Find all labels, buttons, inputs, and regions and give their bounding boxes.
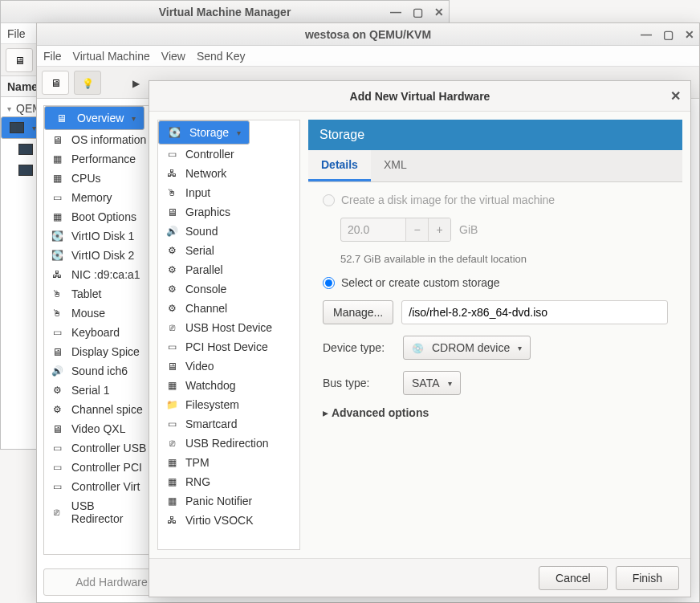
- hw-icon: [49, 461, 65, 474]
- hw-icon: [165, 321, 179, 334]
- menu-sendkey[interactable]: Send Key: [197, 50, 246, 63]
- storage-path-input[interactable]: [401, 300, 668, 324]
- sidebar-item[interactable]: Mouse: [44, 304, 153, 323]
- hw-type-item[interactable]: Graphics: [158, 202, 299, 222]
- available-space: 52.7 GiB available in the default locati…: [340, 253, 668, 265]
- sidebar-item[interactable]: Overview: [44, 106, 144, 130]
- sidebar-item-label: Mouse: [71, 307, 105, 320]
- hw-type-item[interactable]: Panic Notifier: [158, 491, 299, 511]
- hw-type-item[interactable]: Serial: [158, 241, 299, 260]
- hw-type-item[interactable]: Channel: [158, 299, 299, 318]
- tab-xml[interactable]: XML: [371, 150, 420, 181]
- hw-type-label: Parallel: [185, 263, 223, 276]
- hw-icon: [49, 210, 65, 223]
- cancel-button[interactable]: Cancel: [539, 566, 608, 590]
- bus-type-label: Bus type:: [323, 377, 395, 389]
- sidebar-item[interactable]: Controller USB: [44, 438, 153, 458]
- hw-type-item[interactable]: Console: [158, 279, 299, 299]
- radio-custom-input[interactable]: [323, 277, 335, 289]
- sidebar-item[interactable]: USB Redirector: [44, 496, 153, 528]
- sidebar-item[interactable]: Controller Virt: [44, 477, 153, 496]
- hw-type-label: USB Redirection: [185, 437, 269, 450]
- maximize-icon[interactable]: ▢: [663, 28, 674, 41]
- hw-type-item[interactable]: USB Redirection: [158, 434, 299, 453]
- hw-icon: [165, 206, 179, 218]
- menu-view[interactable]: View: [161, 50, 185, 63]
- hw-type-item[interactable]: Virtio VSOCK: [158, 511, 299, 530]
- sidebar-item[interactable]: VirtIO Disk 2: [44, 246, 153, 265]
- hw-type-item[interactable]: Video: [158, 357, 299, 376]
- radio-create-input[interactable]: [323, 194, 335, 206]
- tab-details[interactable]: Details: [308, 150, 371, 181]
- hw-icon: [49, 506, 65, 519]
- sidebar-item[interactable]: Memory: [44, 188, 153, 207]
- sidebar-item-label: USB Redirector: [71, 499, 149, 525]
- cdrom-icon: [412, 341, 424, 354]
- menu-file[interactable]: File: [7, 27, 26, 40]
- hw-config-panel: Storage Details XML Create a disk image …: [308, 120, 682, 550]
- size-input[interactable]: [341, 218, 405, 241]
- sidebar-item[interactable]: VirtIO Disk 1: [44, 226, 153, 246]
- radio-custom-storage[interactable]: Select or create custom storage: [323, 276, 668, 289]
- sidebar-item[interactable]: Display Spice: [44, 342, 153, 361]
- hw-type-item[interactable]: Controller: [158, 145, 299, 164]
- manage-button[interactable]: Manage...: [323, 300, 393, 324]
- run-button[interactable]: [122, 71, 149, 95]
- hw-icon: [165, 398, 179, 411]
- hw-icon: [49, 403, 65, 416]
- details-button[interactable]: [74, 71, 101, 95]
- finish-button[interactable]: Finish: [616, 566, 679, 590]
- hw-type-item[interactable]: TPM: [158, 453, 299, 472]
- close-icon[interactable]: ✕: [434, 6, 444, 18]
- sidebar-item[interactable]: Serial 1: [44, 381, 153, 400]
- size-increment[interactable]: +: [428, 218, 450, 241]
- sidebar-item[interactable]: Controller PCI: [44, 458, 153, 477]
- hw-type-item[interactable]: Storage: [158, 120, 250, 145]
- hw-type-item[interactable]: Sound: [158, 222, 299, 241]
- sidebar-item[interactable]: Sound ich6: [44, 361, 153, 381]
- console-button[interactable]: [42, 71, 69, 95]
- hw-type-item[interactable]: Parallel: [158, 260, 299, 279]
- sidebar-item[interactable]: Performance: [44, 149, 153, 169]
- panel-title: Storage: [308, 120, 682, 150]
- size-decrement[interactable]: −: [405, 218, 428, 241]
- sidebar-item-label: Controller USB: [71, 442, 146, 454]
- hw-type-item[interactable]: PCI Host Device: [158, 337, 299, 357]
- sidebar-item[interactable]: Boot Options: [44, 207, 153, 226]
- close-icon[interactable]: ✕: [670, 88, 681, 104]
- device-type-select[interactable]: CDROM device: [403, 336, 531, 360]
- sidebar-item-label: Channel spice: [71, 403, 143, 416]
- sidebar-item[interactable]: Tablet: [44, 284, 153, 304]
- sidebar-item[interactable]: Video QXL: [44, 419, 153, 438]
- hw-type-item[interactable]: Filesystem: [158, 395, 299, 414]
- sidebar-item[interactable]: OS information: [44, 130, 153, 149]
- maximize-icon[interactable]: ▢: [413, 6, 423, 18]
- new-vm-button[interactable]: [6, 48, 33, 72]
- menu-vm[interactable]: Virtual Machine: [73, 50, 150, 63]
- hw-icon: [49, 442, 65, 454]
- close-icon[interactable]: ✕: [685, 28, 694, 41]
- bus-type-select[interactable]: SATA: [403, 371, 461, 395]
- sidebar-item[interactable]: NIC :d9:ca:a1: [44, 265, 153, 284]
- sidebar-item[interactable]: Keyboard: [44, 323, 153, 342]
- vm-thumb-icon: [18, 144, 33, 155]
- device-type-value: CDROM device: [432, 341, 510, 354]
- sidebar-item[interactable]: Channel spice: [44, 400, 153, 419]
- minimize-icon[interactable]: —: [641, 28, 652, 41]
- hw-type-item[interactable]: Watchdog: [158, 376, 299, 395]
- hw-type-item[interactable]: Input: [158, 183, 299, 202]
- hw-type-item[interactable]: Smartcard: [158, 414, 299, 434]
- hw-type-label: Filesystem: [185, 398, 239, 411]
- sidebar-item-label: Serial 1: [71, 384, 109, 397]
- sidebar-item[interactable]: CPUs: [44, 169, 153, 188]
- minimize-icon[interactable]: —: [390, 6, 401, 18]
- hw-type-label: Panic Notifier: [185, 495, 252, 507]
- radio-create-disk[interactable]: Create a disk image for the virtual mach…: [323, 194, 668, 206]
- hw-type-item[interactable]: RNG: [158, 472, 299, 491]
- hw-type-label: Console: [185, 283, 226, 295]
- hw-type-item[interactable]: Network: [158, 164, 299, 183]
- hw-type-label: Storage: [189, 126, 229, 139]
- menu-file[interactable]: File: [43, 50, 62, 63]
- advanced-options-toggle[interactable]: Advanced options: [323, 406, 668, 419]
- hw-type-item[interactable]: USB Host Device: [158, 318, 299, 337]
